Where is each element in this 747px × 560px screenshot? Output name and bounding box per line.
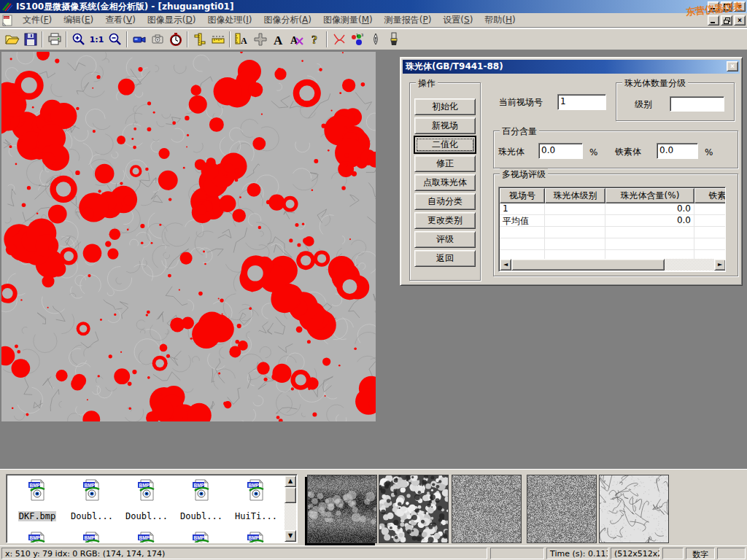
file-label: HuiTi... (234, 511, 278, 521)
file-item-clipped[interactable]: BMP (66, 532, 118, 543)
micrograph-image[interactable] (1, 52, 376, 421)
print-icon[interactable] (45, 31, 63, 49)
dialog-title-bar[interactable]: 珠光体(GB/T9441-88) × (403, 60, 740, 74)
op-button-5[interactable]: 自动分类 (414, 193, 476, 210)
table-cell: 0.0 (605, 203, 694, 215)
table-cell (545, 215, 605, 227)
cursor-info: x: 510 y: 79 idx: 0 RGB: (174, 174, 174) (1, 548, 487, 559)
scroll-right-icon[interactable]: ► (714, 259, 726, 271)
scroll-left-icon[interactable]: ◄ (500, 259, 511, 271)
op-button-6[interactable]: 更改类别 (414, 212, 476, 229)
menu-item-8[interactable]: 设置(S) (437, 12, 479, 28)
rating-group-label: 多视场评级 (500, 168, 548, 181)
count-points-icon[interactable]: 13 (348, 31, 366, 49)
op-button-4[interactable]: 点取珠光体 (414, 174, 476, 191)
thumbnail-2[interactable] (452, 475, 522, 543)
current-field-input[interactable]: 1 (557, 94, 606, 110)
pearlite-percent-sign: % (589, 147, 597, 158)
menu-item-0[interactable]: 文件(F) (17, 12, 58, 28)
file-item-2[interactable]: BMPDoubl... (120, 479, 173, 521)
thumbnail-0[interactable] (307, 475, 377, 543)
file-item-0[interactable]: BMPDKF.bmp (11, 479, 63, 521)
svg-text:BMP: BMP (139, 535, 150, 540)
table-cell: 1 (500, 203, 545, 215)
menu-item-5[interactable]: 图像分析(A) (258, 12, 317, 28)
file-item-clipped[interactable]: BMP (11, 532, 63, 543)
table-row-0[interactable]: 10.0 (500, 203, 726, 215)
file-item-clipped[interactable]: BMP (120, 532, 173, 543)
thumbnail-4[interactable] (599, 475, 669, 543)
save-icon[interactable] (21, 31, 39, 49)
menu-item-1[interactable]: 编辑(E) (58, 12, 99, 28)
status-empty-2 (662, 548, 684, 559)
op-button-0[interactable]: 初始化 (414, 98, 476, 115)
svg-text:A: A (274, 34, 283, 47)
file-list-scrollbar[interactable]: ▲ ▼ (285, 475, 296, 542)
scroll-down-icon[interactable]: ▼ (285, 530, 296, 542)
op-button-7[interactable]: 评级 (414, 231, 476, 248)
menu-item-3[interactable]: 图像显示(D) (142, 12, 202, 28)
column-header-3[interactable]: 铁素体含量(%) (694, 188, 726, 203)
menu-item-2[interactable]: 查看(V) (99, 12, 142, 28)
column-header-2[interactable]: 珠光体含量(%) (605, 188, 694, 203)
ferrite-label: 铁素体 (615, 146, 641, 158)
scroll-up-icon[interactable]: ▲ (285, 475, 296, 487)
rating-table[interactable]: 视场号珠光体级别珠光体含量(%)铁素体含量(%) 10.0平均值0.0 ◄ ► (498, 187, 726, 272)
menu-item-7[interactable]: 测量报告(P) (379, 12, 438, 28)
zoom-out-icon[interactable] (106, 31, 124, 49)
mdi-restore-button[interactable] (721, 15, 732, 26)
thumbnail-1[interactable] (379, 475, 449, 543)
scroll-thumb[interactable] (285, 487, 296, 503)
scroll-thumb[interactable] (511, 259, 665, 271)
menu-item-9[interactable]: 帮助(H) (479, 12, 521, 28)
text-icon[interactable]: A (269, 31, 287, 49)
file-item-clipped[interactable]: BMP (175, 532, 228, 543)
timer-icon[interactable] (166, 31, 185, 49)
op-button-2[interactable]: 二值化 (414, 136, 476, 153)
dialog-close-button[interactable]: × (727, 61, 738, 71)
file-item-4[interactable]: BMPHuiTi... (230, 479, 282, 521)
video-camera-icon[interactable] (130, 31, 148, 49)
brush-icon[interactable] (384, 31, 403, 49)
pen-icon[interactable] (366, 31, 384, 49)
file-label: Doubl... (70, 511, 114, 521)
file-listbox[interactable]: BMPBMPHuiTi...BMPBMPDoubl...BMPBMPDoubl.… (6, 474, 298, 543)
mdi-close-button[interactable]: × (734, 15, 746, 26)
file-item-1[interactable]: BMPDoubl... (66, 479, 118, 521)
toolbar-separator (229, 31, 231, 47)
move-cross-icon[interactable] (251, 31, 269, 49)
file-item-3[interactable]: BMPDoubl... (175, 479, 228, 521)
ruler-icon[interactable] (209, 31, 227, 49)
thumbnail-3[interactable] (527, 475, 597, 543)
still-camera-icon[interactable] (148, 31, 166, 49)
column-header-1[interactable]: 珠光体级别 (545, 188, 605, 203)
table-cell (694, 238, 726, 250)
curve-icon[interactable] (330, 31, 348, 49)
pearlite-input[interactable]: 0.0 (538, 143, 583, 159)
measure-text-icon[interactable]: A (233, 31, 251, 49)
mdi-minimize-button[interactable] (708, 15, 719, 26)
svg-text:BMP: BMP (30, 483, 41, 488)
delete-text-icon[interactable]: A (287, 31, 306, 49)
caliper-icon[interactable] (190, 31, 209, 49)
op-button-1[interactable]: 新视场 (414, 117, 476, 134)
help-icon[interactable]: ? (306, 31, 324, 49)
level-input[interactable] (670, 96, 724, 112)
column-header-0[interactable]: 视场号 (500, 188, 545, 203)
menu-item-6[interactable]: 图像测量(M) (317, 12, 379, 28)
op-button-8[interactable]: 返回 (414, 250, 476, 267)
file-item-clipped[interactable]: BMP (230, 532, 282, 543)
file-label: Doubl... (179, 511, 223, 521)
actual-size-icon[interactable]: 1:1 (88, 31, 106, 49)
menu-item-4[interactable]: 图像处理(I) (201, 12, 258, 28)
svg-text:1: 1 (356, 33, 358, 37)
table-h-scrollbar[interactable]: ◄ ► (500, 259, 726, 271)
table-row-2[interactable] (500, 227, 726, 238)
table-row-1[interactable]: 平均值0.0 (500, 215, 726, 227)
zoom-in-icon[interactable] (69, 31, 88, 49)
file-panel: BMPBMPHuiTi...BMPBMPDoubl...BMPBMPDoubl.… (0, 469, 747, 545)
open-icon[interactable] (3, 31, 21, 49)
table-row-3[interactable] (500, 238, 726, 250)
ferrite-input[interactable]: 0.0 (657, 143, 698, 159)
op-button-3[interactable]: 修正 (414, 155, 476, 172)
